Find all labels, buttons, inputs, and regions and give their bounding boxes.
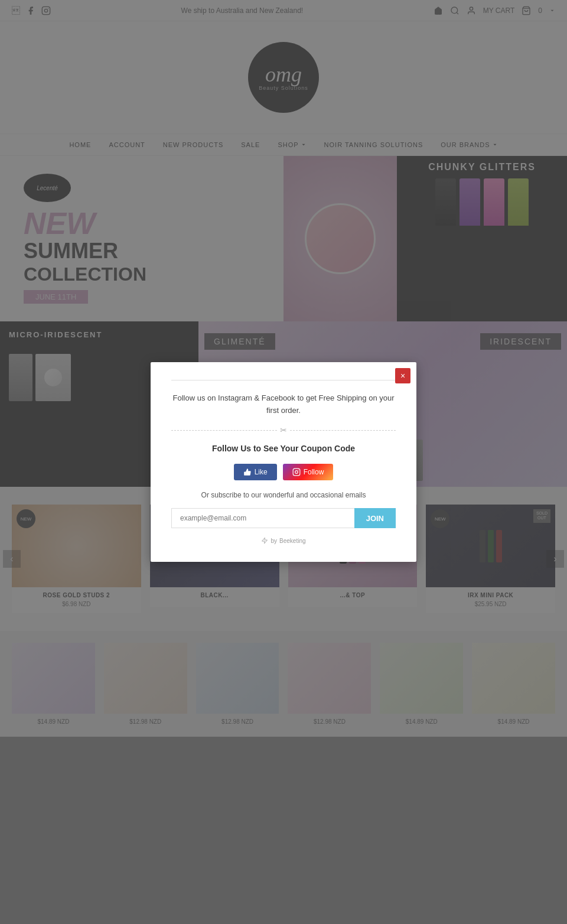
popup-main-text: Follow us on Instagram & Facebook to get… (171, 392, 396, 417)
thumbs-up-icon (243, 468, 252, 476)
svg-point-8 (298, 470, 298, 471)
instagram-small-icon (292, 468, 301, 476)
popup-modal: × Follow us on Instagram & Facebook to g… (151, 362, 416, 562)
svg-rect-6 (293, 468, 300, 476)
popup-scissors-divider: ✂ (171, 425, 396, 435)
instagram-follow-button[interactable]: Follow (283, 464, 334, 480)
svg-point-7 (295, 471, 298, 474)
dashed-line-left (171, 430, 277, 431)
scissors-icon: ✂ (280, 425, 287, 435)
join-button[interactable]: JOIN (354, 508, 396, 528)
popup-powered-by: by Beeketing (171, 537, 396, 544)
popup-close-button[interactable]: × (395, 368, 410, 383)
dashed-line-right (290, 430, 396, 431)
popup-coupon-text: Follow Us to See Your Coupon Code (171, 444, 396, 453)
popup-subscribe-text: Or subscribe to our wonderful and occasi… (171, 491, 396, 499)
facebook-like-button[interactable]: Like (234, 464, 277, 480)
modal-overlay[interactable]: × Follow us on Instagram & Facebook to g… (0, 0, 567, 924)
popup-social-buttons: Like Follow (171, 464, 396, 480)
svg-marker-9 (262, 538, 268, 544)
email-input[interactable] (171, 508, 354, 528)
beeketing-icon (261, 537, 268, 544)
beeketing-link[interactable]: Beeketing (279, 538, 305, 544)
popup-email-row: JOIN (171, 508, 396, 528)
popup-top-divider (171, 380, 396, 380)
